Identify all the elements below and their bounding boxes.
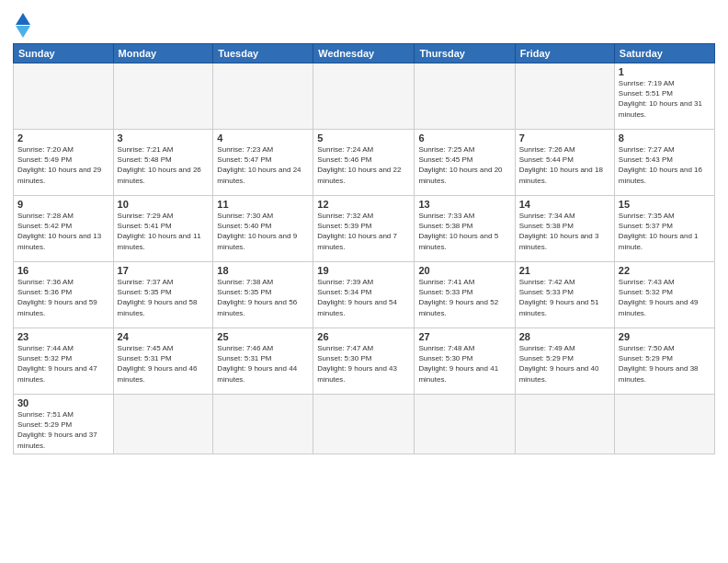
calendar-cell [515, 63, 614, 130]
logo [13, 9, 30, 38]
calendar-week-row: 9Sunrise: 7:28 AM Sunset: 5:42 PM Daylig… [14, 196, 715, 262]
calendar-cell: 23Sunrise: 7:44 AM Sunset: 5:32 PM Dayli… [14, 328, 114, 395]
page: SundayMondayTuesdayWednesdayThursdayFrid… [0, 0, 728, 563]
day-info: Sunrise: 7:51 AM Sunset: 5:29 PM Dayligh… [17, 409, 109, 451]
day-number: 13 [418, 199, 510, 210]
calendar-cell: 8Sunrise: 7:27 AM Sunset: 5:43 PM Daylig… [614, 130, 714, 196]
calendar-cell: 4Sunrise: 7:23 AM Sunset: 5:47 PM Daylig… [213, 130, 313, 196]
calendar-cell [313, 395, 415, 454]
calendar-cell [213, 395, 313, 454]
calendar-cell: 28Sunrise: 7:49 AM Sunset: 5:29 PM Dayli… [515, 328, 614, 395]
day-number: 28 [519, 331, 610, 342]
calendar-cell [415, 395, 515, 454]
day-number: 4 [217, 132, 309, 144]
calendar-cell: 11Sunrise: 7:30 AM Sunset: 5:40 PM Dayli… [213, 196, 313, 262]
day-number: 7 [519, 132, 610, 144]
day-number: 29 [619, 331, 711, 342]
calendar-cell: 15Sunrise: 7:35 AM Sunset: 5:37 PM Dayli… [614, 196, 714, 262]
calendar-week-row: 1Sunrise: 7:19 AM Sunset: 5:51 PM Daylig… [14, 63, 715, 130]
day-number: 5 [317, 132, 410, 144]
header [13, 9, 715, 38]
calendar-cell [14, 63, 114, 130]
calendar-cell [313, 63, 415, 130]
calendar-cell [415, 63, 515, 130]
day-info: Sunrise: 7:34 AM Sunset: 5:38 PM Dayligh… [519, 211, 610, 252]
day-info: Sunrise: 7:25 AM Sunset: 5:45 PM Dayligh… [418, 144, 510, 186]
day-info: Sunrise: 7:35 AM Sunset: 5:37 PM Dayligh… [619, 211, 711, 252]
weekday-header: Friday [515, 44, 614, 63]
calendar-cell [113, 395, 213, 454]
weekday-header: Monday [113, 44, 213, 63]
day-info: Sunrise: 7:20 AM Sunset: 5:49 PM Dayligh… [17, 144, 109, 186]
day-info: Sunrise: 7:32 AM Sunset: 5:39 PM Dayligh… [317, 211, 410, 252]
day-number: 16 [17, 265, 109, 276]
day-number: 25 [217, 331, 309, 342]
day-info: Sunrise: 7:36 AM Sunset: 5:36 PM Dayligh… [17, 277, 109, 318]
day-number: 23 [17, 331, 109, 342]
calendar-week-row: 23Sunrise: 7:44 AM Sunset: 5:32 PM Dayli… [14, 328, 715, 395]
calendar-table: SundayMondayTuesdayWednesdayThursdayFrid… [13, 43, 715, 454]
day-number: 11 [217, 199, 309, 210]
day-number: 12 [317, 199, 410, 210]
day-number: 19 [317, 265, 410, 276]
day-number: 17 [118, 265, 210, 276]
calendar-cell [614, 395, 714, 454]
day-info: Sunrise: 7:50 AM Sunset: 5:29 PM Dayligh… [619, 343, 711, 385]
calendar-week-row: 2Sunrise: 7:20 AM Sunset: 5:49 PM Daylig… [14, 130, 715, 196]
calendar-cell: 12Sunrise: 7:32 AM Sunset: 5:39 PM Dayli… [313, 196, 415, 262]
calendar-cell: 24Sunrise: 7:45 AM Sunset: 5:31 PM Dayli… [113, 328, 213, 395]
day-info: Sunrise: 7:37 AM Sunset: 5:35 PM Dayligh… [118, 277, 210, 318]
calendar-cell [113, 63, 213, 130]
calendar-cell: 7Sunrise: 7:26 AM Sunset: 5:44 PM Daylig… [515, 130, 614, 196]
calendar-cell: 14Sunrise: 7:34 AM Sunset: 5:38 PM Dayli… [515, 196, 614, 262]
day-info: Sunrise: 7:46 AM Sunset: 5:31 PM Dayligh… [217, 343, 309, 385]
calendar-cell: 3Sunrise: 7:21 AM Sunset: 5:48 PM Daylig… [113, 130, 213, 196]
day-info: Sunrise: 7:43 AM Sunset: 5:32 PM Dayligh… [619, 277, 711, 318]
calendar-cell: 13Sunrise: 7:33 AM Sunset: 5:38 PM Dayli… [415, 196, 515, 262]
day-info: Sunrise: 7:28 AM Sunset: 5:42 PM Dayligh… [17, 211, 109, 252]
day-number: 26 [317, 331, 410, 342]
calendar-cell [213, 63, 313, 130]
day-info: Sunrise: 7:23 AM Sunset: 5:47 PM Dayligh… [217, 144, 309, 186]
day-info: Sunrise: 7:39 AM Sunset: 5:34 PM Dayligh… [317, 277, 410, 318]
calendar-cell: 9Sunrise: 7:28 AM Sunset: 5:42 PM Daylig… [14, 196, 114, 262]
calendar-cell: 16Sunrise: 7:36 AM Sunset: 5:36 PM Dayli… [14, 262, 114, 328]
calendar-cell: 19Sunrise: 7:39 AM Sunset: 5:34 PM Dayli… [313, 262, 415, 328]
day-number: 24 [118, 331, 210, 342]
calendar-cell [515, 395, 614, 454]
day-info: Sunrise: 7:44 AM Sunset: 5:32 PM Dayligh… [17, 343, 109, 385]
calendar-cell: 17Sunrise: 7:37 AM Sunset: 5:35 PM Dayli… [113, 262, 213, 328]
weekday-header-row: SundayMondayTuesdayWednesdayThursdayFrid… [14, 44, 715, 63]
day-number: 27 [418, 331, 510, 342]
weekday-header: Thursday [415, 44, 515, 63]
weekday-header: Tuesday [213, 44, 313, 63]
day-info: Sunrise: 7:42 AM Sunset: 5:33 PM Dayligh… [519, 277, 610, 318]
calendar-week-row: 16Sunrise: 7:36 AM Sunset: 5:36 PM Dayli… [14, 262, 715, 328]
day-info: Sunrise: 7:29 AM Sunset: 5:41 PM Dayligh… [118, 211, 210, 252]
calendar-week-row: 30Sunrise: 7:51 AM Sunset: 5:29 PM Dayli… [14, 395, 715, 454]
calendar-cell: 21Sunrise: 7:42 AM Sunset: 5:33 PM Dayli… [515, 262, 614, 328]
day-info: Sunrise: 7:41 AM Sunset: 5:33 PM Dayligh… [418, 277, 510, 318]
calendar-cell: 26Sunrise: 7:47 AM Sunset: 5:30 PM Dayli… [313, 328, 415, 395]
day-number: 20 [418, 265, 510, 276]
day-number: 21 [519, 265, 610, 276]
day-number: 18 [217, 265, 309, 276]
calendar-cell: 6Sunrise: 7:25 AM Sunset: 5:45 PM Daylig… [415, 130, 515, 196]
day-info: Sunrise: 7:48 AM Sunset: 5:30 PM Dayligh… [418, 343, 510, 385]
day-number: 14 [519, 199, 610, 210]
calendar-cell: 5Sunrise: 7:24 AM Sunset: 5:46 PM Daylig… [313, 130, 415, 196]
calendar-cell: 10Sunrise: 7:29 AM Sunset: 5:41 PM Dayli… [113, 196, 213, 262]
calendar-cell: 18Sunrise: 7:38 AM Sunset: 5:35 PM Dayli… [213, 262, 313, 328]
calendar-cell: 30Sunrise: 7:51 AM Sunset: 5:29 PM Dayli… [14, 395, 114, 454]
day-number: 8 [619, 132, 711, 144]
day-info: Sunrise: 7:19 AM Sunset: 5:51 PM Dayligh… [619, 78, 711, 120]
day-info: Sunrise: 7:21 AM Sunset: 5:48 PM Dayligh… [118, 144, 210, 186]
day-info: Sunrise: 7:30 AM Sunset: 5:40 PM Dayligh… [217, 211, 309, 252]
calendar-cell: 1Sunrise: 7:19 AM Sunset: 5:51 PM Daylig… [614, 63, 714, 130]
day-number: 22 [619, 265, 711, 276]
day-info: Sunrise: 7:38 AM Sunset: 5:35 PM Dayligh… [217, 277, 309, 318]
day-info: Sunrise: 7:47 AM Sunset: 5:30 PM Dayligh… [317, 343, 410, 385]
calendar-cell: 20Sunrise: 7:41 AM Sunset: 5:33 PM Dayli… [415, 262, 515, 328]
weekday-header: Wednesday [313, 44, 415, 63]
day-number: 6 [418, 132, 510, 144]
